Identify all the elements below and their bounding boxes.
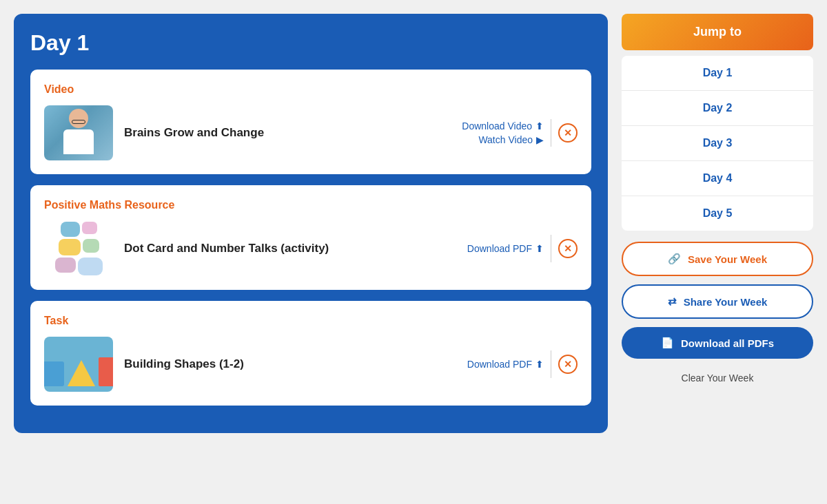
watch-video-icon: ▶ (536, 134, 544, 145)
clear-week-link[interactable]: Clear Your Week (622, 367, 813, 389)
bubble-6 (78, 258, 103, 275)
video-remove-button[interactable]: ✕ (558, 123, 578, 143)
watch-video-label: Watch Video (478, 134, 533, 145)
bubble-4 (83, 239, 99, 253)
download-all-button[interactable]: 📄 Download all PDFs (622, 327, 813, 359)
page-title: Day 1 (30, 30, 591, 56)
jump-to-header: Jump to (622, 14, 813, 50)
task-divider (551, 350, 551, 378)
save-week-button[interactable]: 🔗 Save Your Week (622, 242, 813, 276)
task-actions: Download PDF ⬆ ✕ (467, 350, 578, 378)
day-nav-5[interactable]: Day 5 (622, 196, 813, 231)
task-name: Building Shapes (1-2) (124, 357, 456, 371)
save-label: Save Your Week (688, 253, 767, 265)
task-remove-button[interactable]: ✕ (558, 355, 578, 374)
task-action-links: Download PDF ⬆ (467, 359, 544, 370)
video-info: Brains Grow and Change (124, 126, 451, 140)
day-nav-2[interactable]: Day 2 (622, 91, 813, 126)
video-action-links: Download Video ⬆ Watch Video ▶ (462, 120, 544, 145)
maths-name: Dot Card and Number Talks (activity) (124, 242, 456, 255)
day-nav-3[interactable]: Day 3 (622, 126, 813, 161)
video-card: Video Brains Grow and Change (30, 70, 591, 174)
share-icon: ⇄ (668, 295, 677, 308)
day-nav-4[interactable]: Day 4 (622, 161, 813, 196)
task-card: Task Building Shapes (1-2) (30, 301, 591, 406)
task-section-title: Task (44, 315, 578, 327)
download-video-link[interactable]: Download Video ⬆ (462, 120, 544, 132)
download-all-label: Download all PDFs (681, 337, 774, 349)
bubble-2 (82, 222, 97, 234)
download-maths-link[interactable]: Download PDF ⬆ (467, 243, 544, 254)
main-content: Day 1 Video Brains Grow and C (14, 14, 608, 433)
shape-block (99, 357, 113, 386)
shape-pyramid (68, 360, 95, 386)
download-video-icon: ⬆ (535, 120, 544, 132)
maths-section-title: Positive Maths Resource (44, 199, 578, 211)
task-info: Building Shapes (1-2) (124, 357, 456, 371)
speech-bubbles (50, 222, 108, 275)
bubble-3 (59, 239, 81, 255)
share-week-button[interactable]: ⇄ Share Your Week (622, 284, 813, 319)
download-task-label: Download PDF (467, 359, 532, 370)
video-thumbnail (44, 105, 113, 160)
maths-thumbnail (44, 221, 113, 276)
day-nav: Day 1 Day 2 Day 3 Day 4 Day 5 (622, 56, 813, 231)
shapes-group (44, 357, 113, 386)
maths-item: Dot Card and Number Talks (activity) Dow… (44, 221, 578, 276)
sidebar: Jump to Day 1 Day 2 Day 3 Day 4 Day 5 🔗 … (622, 14, 813, 433)
shape-cube (44, 361, 64, 386)
download-video-label: Download Video (462, 120, 532, 132)
person-silhouette (58, 109, 99, 157)
page-container: Day 1 Video Brains Grow and C (14, 14, 813, 433)
day-nav-1[interactable]: Day 1 (622, 56, 813, 91)
download-task-link[interactable]: Download PDF ⬆ (467, 359, 544, 370)
download-maths-icon: ⬆ (535, 243, 544, 254)
task-item: Building Shapes (1-2) Download PDF ⬆ ✕ (44, 337, 578, 392)
download-task-icon: ⬆ (535, 359, 544, 370)
person-head (69, 109, 88, 128)
maths-actions: Download PDF ⬆ ✕ (467, 235, 578, 262)
video-name: Brains Grow and Change (124, 126, 451, 140)
share-label: Share Your Week (684, 296, 768, 308)
maths-divider (551, 235, 551, 262)
video-item: Brains Grow and Change Download Video ⬆ … (44, 105, 578, 160)
video-section-title: Video (44, 83, 578, 96)
task-thumbnail (44, 337, 113, 392)
maths-thumbnail-bg (44, 221, 113, 276)
video-divider (551, 119, 551, 147)
person-glasses (72, 120, 85, 124)
video-actions: Download Video ⬆ Watch Video ▶ ✕ (462, 119, 578, 147)
download-maths-label: Download PDF (467, 243, 532, 254)
task-thumbnail-bg (44, 337, 113, 392)
bubble-5 (55, 258, 76, 273)
save-icon: 🔗 (668, 253, 681, 265)
maths-remove-button[interactable]: ✕ (558, 239, 578, 258)
maths-action-links: Download PDF ⬆ (467, 243, 544, 254)
person-body (63, 129, 94, 154)
watch-video-link[interactable]: Watch Video ▶ (478, 134, 544, 145)
maths-info: Dot Card and Number Talks (activity) (124, 242, 456, 255)
bubble-1 (61, 222, 80, 237)
download-all-icon: 📄 (661, 337, 674, 349)
maths-card: Positive Maths Resource (30, 185, 591, 290)
video-thumbnail-bg (44, 105, 113, 160)
